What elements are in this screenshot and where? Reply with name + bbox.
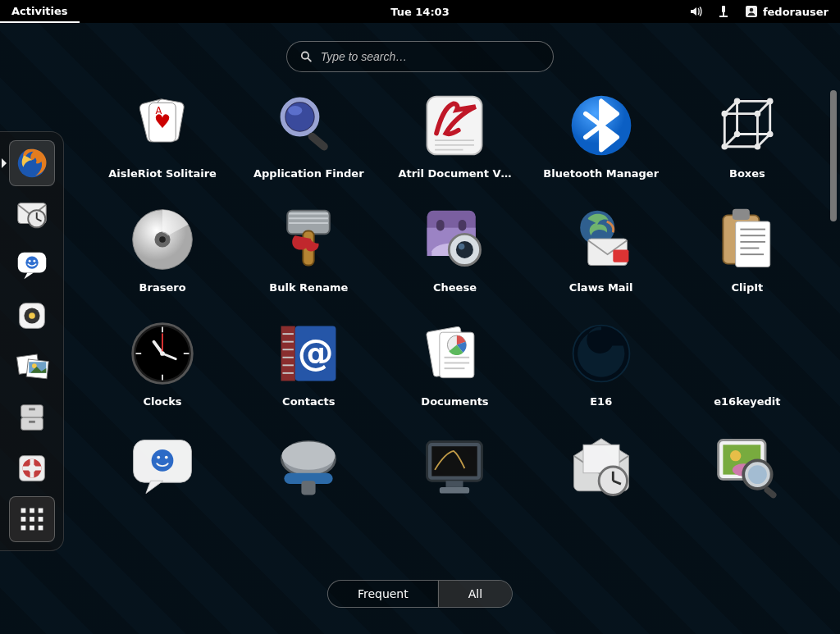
view-frequent-button[interactable]: Frequent bbox=[328, 581, 438, 607]
svg-rect-38 bbox=[38, 526, 43, 531]
app-label: Claws Mail bbox=[569, 281, 633, 294]
svg-rect-36 bbox=[21, 526, 25, 531]
svg-point-13 bbox=[25, 256, 38, 268]
cards-icon: ♠A♥ bbox=[127, 90, 198, 161]
svg-point-123 bbox=[282, 441, 336, 469]
app-brasero[interactable]: Brasero bbox=[89, 204, 235, 294]
view-switch: Frequent All bbox=[327, 580, 513, 608]
svg-rect-128 bbox=[446, 481, 463, 487]
view-all-button[interactable]: All bbox=[438, 581, 512, 607]
volume-status-icon[interactable] bbox=[689, 5, 702, 18]
mail-clock2-icon bbox=[566, 432, 637, 503]
app-label: Atril Document V… bbox=[398, 167, 511, 180]
search-field[interactable] bbox=[286, 41, 554, 72]
search-input[interactable] bbox=[321, 50, 540, 63]
svg-point-18 bbox=[29, 312, 35, 319]
hammer-icon bbox=[273, 204, 344, 275]
app-row4-5[interactable] bbox=[674, 432, 820, 503]
picture-magnify-icon bbox=[712, 432, 783, 503]
svg-point-62 bbox=[721, 144, 728, 150]
svg-point-79 bbox=[459, 244, 465, 250]
app-label: Bulk Rename bbox=[269, 281, 348, 294]
app-label: ClipIt bbox=[731, 281, 763, 294]
svg-point-119 bbox=[152, 449, 174, 472]
svg-line-6 bbox=[308, 58, 311, 62]
svg-point-120 bbox=[157, 456, 160, 459]
svg-rect-35 bbox=[38, 517, 43, 522]
chat-bubble-icon bbox=[127, 432, 198, 503]
app-claws-mail[interactable]: Claws Mail bbox=[528, 204, 674, 294]
app-label: Documents bbox=[421, 395, 488, 408]
svg-point-66 bbox=[734, 131, 741, 138]
roller-icon bbox=[273, 432, 344, 503]
dash bbox=[0, 131, 64, 551]
svg-rect-48 bbox=[307, 131, 330, 153]
app-atril[interactable]: Atril Document V… bbox=[381, 90, 527, 180]
svg-rect-0 bbox=[722, 6, 725, 12]
svg-rect-84 bbox=[733, 209, 750, 220]
svg-rect-125 bbox=[302, 481, 316, 495]
svg-point-47 bbox=[288, 106, 302, 115]
svg-point-46 bbox=[286, 103, 314, 130]
app-e16[interactable]: E16 bbox=[528, 318, 674, 408]
user-menu[interactable]: fedorauser bbox=[745, 5, 829, 18]
svg-point-65 bbox=[767, 98, 774, 105]
svg-rect-26 bbox=[29, 421, 35, 423]
magnifier-icon bbox=[273, 90, 344, 161]
app-e16keyedit[interactable]: e16keyedit bbox=[674, 318, 820, 408]
app-clocks[interactable]: Clocks bbox=[89, 318, 235, 408]
svg-rect-82 bbox=[613, 249, 628, 262]
svg-rect-34 bbox=[30, 517, 34, 522]
app-bluetooth-manager[interactable]: Bluetooth Manager bbox=[528, 90, 674, 180]
svg-rect-37 bbox=[30, 526, 34, 531]
svg-rect-30 bbox=[21, 509, 25, 513]
app-application-finder[interactable]: Application Finder bbox=[235, 90, 381, 180]
dash-evolution[interactable] bbox=[9, 191, 55, 237]
dash-firefox[interactable] bbox=[9, 140, 55, 186]
app-row4-1[interactable] bbox=[89, 432, 235, 503]
clock-label[interactable]: Tue 14:03 bbox=[390, 6, 449, 18]
app-label: Boxes bbox=[729, 167, 765, 180]
app-label: Contacts bbox=[282, 395, 335, 408]
app-label: e16keyedit bbox=[714, 395, 780, 408]
e16-icon bbox=[566, 318, 637, 389]
app-label: Cheese bbox=[433, 281, 477, 294]
app-label: Brasero bbox=[139, 281, 186, 294]
dash-empathy[interactable] bbox=[9, 242, 55, 288]
disc-icon bbox=[127, 204, 198, 275]
app-cheese[interactable]: Cheese bbox=[381, 204, 527, 294]
svg-point-67 bbox=[767, 131, 774, 138]
svg-rect-85 bbox=[736, 221, 770, 267]
dash-help[interactable] bbox=[9, 445, 55, 491]
svg-point-63 bbox=[754, 144, 760, 150]
dash-rhythmbox[interactable] bbox=[9, 293, 55, 339]
app-aisleriot[interactable]: ♠A♥ AisleRiot Solitaire bbox=[89, 90, 235, 180]
svg-rect-129 bbox=[440, 487, 469, 494]
dash-shotwell[interactable] bbox=[9, 344, 55, 390]
monitor-icon bbox=[419, 432, 490, 503]
applications-grid: ♠A♥ AisleRiot Solitaire Application Find… bbox=[86, 82, 824, 506]
app-contacts[interactable]: @ Contacts bbox=[235, 318, 381, 408]
network-status-icon[interactable] bbox=[717, 5, 730, 18]
app-clipit[interactable]: ClipIt bbox=[674, 204, 820, 294]
app-bulk-rename[interactable]: Bulk Rename bbox=[235, 204, 381, 294]
scrollbar-thumb[interactable] bbox=[830, 90, 837, 221]
username-label: fedorauser bbox=[763, 6, 829, 18]
show-applications-button[interactable] bbox=[9, 496, 55, 542]
claws-mail-icon bbox=[566, 204, 637, 275]
app-boxes[interactable]: Boxes bbox=[674, 90, 820, 180]
app-row4-4[interactable] bbox=[528, 432, 674, 503]
activities-button[interactable]: Activities bbox=[0, 0, 80, 23]
svg-text:♥: ♥ bbox=[154, 111, 171, 132]
svg-rect-23 bbox=[21, 405, 43, 417]
app-documents[interactable]: Documents bbox=[381, 318, 527, 408]
app-label: Application Finder bbox=[253, 167, 364, 180]
app-row4-2[interactable] bbox=[235, 432, 381, 503]
svg-rect-24 bbox=[21, 417, 43, 430]
svg-rect-76 bbox=[459, 220, 467, 230]
svg-point-15 bbox=[33, 260, 35, 262]
dash-files[interactable] bbox=[9, 395, 55, 440]
blank-icon bbox=[712, 318, 783, 389]
app-label: AisleRiot Solitaire bbox=[108, 167, 217, 180]
app-row4-3[interactable] bbox=[381, 432, 527, 503]
